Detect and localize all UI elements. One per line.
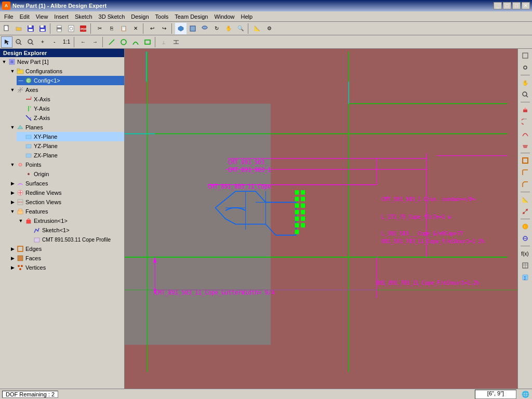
menu-file[interactable]: File [1, 12, 17, 21]
zoom-fit-button[interactable] [25, 36, 36, 48]
tree-extrusion1[interactable]: ▼ Extrusion<1> [17, 216, 124, 225]
menu-view[interactable]: View [33, 12, 51, 21]
properties-button[interactable]: ⚙ [263, 23, 275, 34]
tree-z-axis[interactable]: ▶ Z Z-Axis [17, 113, 124, 123]
rt-settings-button[interactable] [520, 62, 531, 73]
arrow-right-button[interactable]: → [89, 36, 101, 48]
sketch-circle-button[interactable] [118, 36, 129, 48]
tree-faces[interactable]: ▶ Faces [8, 254, 124, 263]
sketch-rectangle-button[interactable] [142, 36, 153, 48]
tree-sketch1[interactable]: ▶ Sketch<1> [25, 225, 124, 235]
minimize-button[interactable]: _ [494, 2, 502, 9]
tree-new-part[interactable]: ▼ New Part [1] [0, 57, 124, 66]
expand-extrusion1[interactable]: ▼ [18, 218, 24, 224]
tree-redline-views[interactable]: ▶ Redline Views [8, 188, 124, 197]
expand-config1[interactable]: — [18, 77, 24, 84]
rt-table-button[interactable] [520, 260, 531, 271]
tree-vertices[interactable]: ▶ Vertices [8, 263, 124, 272]
view-top-button[interactable] [199, 23, 210, 34]
arrow-left-button[interactable]: ← [77, 36, 89, 48]
redo-button[interactable]: ↪ [158, 23, 170, 34]
close-button[interactable]: ✕ [522, 2, 530, 9]
rt-analysis-button[interactable]: ! [520, 221, 531, 232]
expand-configurations[interactable]: ▼ [9, 68, 16, 74]
view3d-button[interactable] [175, 23, 187, 34]
menu-window[interactable]: Window [211, 12, 237, 21]
zoom-region-button[interactable]: + [13, 36, 24, 48]
tree-xy-plane[interactable]: ▶ XY-Plane [17, 132, 124, 141]
rt-view-button[interactable] [520, 50, 531, 61]
rt-zoom-button[interactable] [520, 89, 531, 100]
expand-redline-views[interactable]: ▶ [9, 190, 16, 196]
tree-axes[interactable]: ▼ Axes [8, 85, 124, 95]
maximize-button[interactable]: □ [512, 2, 521, 9]
restore-button[interactable]: □ [503, 2, 511, 9]
tree-origin[interactable]: ▶ Origin [17, 169, 124, 179]
sketch-line-button[interactable] [106, 36, 117, 48]
select-button[interactable] [1, 36, 12, 48]
tree-yz-plane[interactable]: ▶ YZ-Plane [17, 141, 124, 151]
print-preview-button[interactable] [65, 23, 77, 34]
paste-button[interactable]: 📋 [118, 23, 129, 34]
zoom-100-button[interactable]: 1:1 [61, 36, 72, 48]
expand-points[interactable]: ▼ [9, 162, 16, 168]
menu-team-design[interactable]: Team Design [171, 12, 211, 21]
save-all-button[interactable] [37, 23, 48, 34]
rt-fillet-button[interactable] [520, 167, 531, 178]
tree-zx-plane[interactable]: ▶ ZX-Plane [17, 151, 124, 160]
save-button[interactable] [25, 23, 36, 34]
tree-y-axis[interactable]: ▶ Y Y-Axis [17, 104, 124, 113]
expand-vertices[interactable]: ▶ [9, 264, 16, 271]
rt-calc-button[interactable]: ∑ [520, 272, 531, 283]
rt-constraint-button[interactable] [520, 206, 531, 217]
view-rotate-button[interactable]: ↻ [211, 23, 222, 34]
zoom-in-button[interactable]: + [37, 36, 48, 48]
undo-button[interactable]: ↩ [147, 23, 158, 34]
new-button[interactable] [1, 23, 12, 34]
view-pan-button[interactable]: ✋ [223, 23, 234, 34]
rt-physics-button[interactable] [520, 233, 531, 244]
zoom-out-button[interactable]: - [49, 36, 60, 48]
rt-pan-button[interactable]: ✋ [520, 77, 531, 88]
expand-planes[interactable]: ▼ [9, 124, 16, 130]
tree-x-axis[interactable]: ▶ X X-Axis [17, 95, 124, 104]
tree-features[interactable]: ▼ Features [8, 207, 124, 216]
constraint-button[interactable]: ⊥ [158, 36, 170, 48]
tree-config1[interactable]: — C Config<1> [17, 76, 124, 85]
rt-formula-button[interactable]: f(x) [520, 248, 531, 259]
open-button[interactable] [13, 23, 24, 34]
tree-surfaces[interactable]: ▶ Surfaces [8, 179, 124, 188]
cut-button[interactable]: ✂ [94, 23, 105, 34]
view-zoom-button[interactable]: 🔍 [235, 23, 246, 34]
print-button[interactable] [54, 23, 65, 34]
rt-revolve-button[interactable] [520, 116, 531, 127]
rt-extrude-button[interactable] [520, 104, 531, 115]
expand-faces[interactable]: ▶ [9, 255, 16, 261]
menu-sketch[interactable]: Sketch [72, 12, 96, 21]
tree-planes[interactable]: ▼ Planes [8, 123, 124, 132]
tree-cmt-profile[interactable]: ▶ CMT 891.503.11 Cope Profile [25, 235, 124, 244]
menu-3dsketch[interactable]: 3D Sketch [96, 12, 128, 21]
rt-sweep-button[interactable] [520, 128, 531, 139]
delete-button[interactable]: ✕ [130, 23, 141, 34]
expand-axes[interactable]: ▼ [9, 87, 16, 93]
canvas-area[interactable]: CMT_891_503_ CMT_891_903_1 CMT_891_803_1… [125, 49, 517, 389]
tree-configurations[interactable]: ▼ Configurations [8, 66, 124, 76]
view-front-button[interactable] [187, 23, 198, 34]
rt-chamfer-button[interactable] [520, 179, 531, 190]
expand-new-part[interactable]: ▼ [1, 59, 7, 65]
expand-edges[interactable]: ▶ [9, 246, 16, 252]
menu-edit[interactable]: Edit [17, 12, 33, 21]
expand-surfaces[interactable]: ▶ [9, 180, 16, 187]
menu-insert[interactable]: Insert [51, 12, 72, 21]
rt-measure-button[interactable]: 📐 [520, 194, 531, 205]
export-button[interactable]: PDF [77, 23, 89, 34]
measure-button[interactable]: 📐 [251, 23, 263, 34]
menu-tools[interactable]: Tools [152, 12, 172, 21]
expand-section-views[interactable]: ▶ [9, 199, 16, 205]
dimension-button[interactable] [170, 36, 182, 48]
rt-loft-button[interactable] [520, 140, 531, 151]
expand-features[interactable]: ▼ [9, 208, 16, 215]
sketch-arc-button[interactable] [130, 36, 141, 48]
tree-edges[interactable]: ▶ Edges [8, 244, 124, 254]
